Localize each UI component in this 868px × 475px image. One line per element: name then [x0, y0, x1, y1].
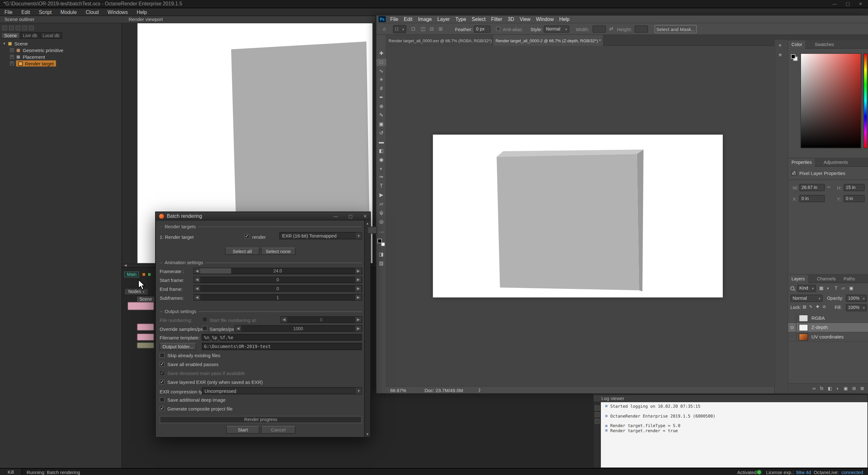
layer-row-zdepth[interactable]: ⊙ Z-depth	[788, 323, 868, 333]
tree-collapse-icon[interactable]: ▾	[3, 41, 8, 46]
scroll-down-icon[interactable]: ▼	[365, 432, 370, 437]
menu-module[interactable]: Module	[56, 9, 81, 14]
crop-tool-icon[interactable]: #	[376, 86, 386, 93]
graph-tab-main[interactable]: Main	[124, 271, 140, 277]
outliner-toolbar-icon[interactable]	[29, 25, 34, 31]
slider-decrement-icon[interactable]: ◀	[281, 317, 287, 322]
new-selection-icon[interactable]: □	[412, 26, 414, 31]
outliner-toolbar-icon[interactable]	[16, 25, 21, 31]
slider-increment-icon[interactable]: ▶	[355, 295, 361, 300]
zoom-level[interactable]: 66.67%	[390, 388, 406, 393]
screen-mode-icon[interactable]: ▥	[376, 260, 386, 267]
tab-swatches[interactable]: Swatches	[811, 40, 837, 48]
collapse-panels-icon[interactable]: «	[779, 42, 782, 47]
cancel-button[interactable]: Cancel	[261, 426, 296, 434]
layer-style-icon[interactable]: fx	[820, 386, 824, 391]
style-select[interactable]: Normal ▾	[544, 25, 569, 33]
pen-tool-icon[interactable]: ✑	[376, 174, 386, 181]
menu-file[interactable]: File	[0, 9, 17, 14]
color-picker-gradient[interactable]	[800, 53, 861, 148]
filter-type-icon[interactable]: T	[835, 286, 837, 291]
tab-channels[interactable]: Channels	[814, 275, 839, 283]
gradient-tool-icon[interactable]: ◧	[376, 147, 386, 155]
y-value-field[interactable]: 0 in	[843, 195, 865, 202]
start-button[interactable]: Start	[226, 426, 259, 434]
exr-compression-select[interactable]: Uncompressed ▾	[202, 387, 362, 394]
graph-node[interactable]	[137, 342, 154, 348]
tree-expand-icon[interactable]: +	[10, 48, 14, 52]
scroll-up-icon[interactable]: ▲	[365, 220, 370, 226]
link-dimensions-icon[interactable]: ∞	[827, 184, 830, 190]
close-window-icon[interactable]: ✕	[859, 1, 863, 6]
slider-decrement-icon[interactable]: ◀	[194, 268, 200, 273]
node-type-chip-orange[interactable]	[142, 272, 146, 276]
ps-menu-layer[interactable]: Layer	[435, 16, 453, 22]
slider-increment-icon[interactable]: ▶	[355, 326, 361, 331]
outliner-toolbar-icon[interactable]	[2, 25, 7, 31]
tab-paths[interactable]: Paths	[840, 275, 859, 283]
height-input[interactable]	[635, 25, 648, 33]
edit-toolbar-icon[interactable]: ⋯	[376, 229, 386, 236]
slider-increment-icon[interactable]: ▶	[355, 268, 361, 273]
menu-help[interactable]: Help	[132, 9, 151, 14]
maximize-window-icon[interactable]: ▢	[846, 1, 850, 6]
antialias-checkbox[interactable]	[496, 27, 500, 31]
foreground-background-colors[interactable]	[377, 239, 386, 247]
layer-visibility-toggle[interactable]	[788, 333, 797, 341]
menu-windows[interactable]: Windows	[103, 9, 132, 14]
zoom-tool-icon[interactable]: ◎	[376, 218, 386, 226]
layer-mask-icon[interactable]: ◧	[828, 386, 832, 391]
eyedropper-tool-icon[interactable]: ✒	[376, 94, 386, 102]
marquee-tool-icon[interactable]: □	[376, 59, 386, 66]
menu-edit[interactable]: Edit	[17, 9, 34, 14]
graph-node[interactable]	[137, 333, 154, 341]
tree-item-placement[interactable]: + Placement	[10, 54, 45, 60]
document-tab-rgba[interactable]: Render target_all_0000.exr @ 66.7% (RGBA…	[386, 35, 493, 46]
history-brush-tool-icon[interactable]: ↺	[376, 130, 386, 137]
start-numbering-stepper[interactable]: ◀ 0 ▶	[281, 316, 362, 323]
layer-row-uv[interactable]: UV coordinates	[788, 333, 868, 342]
close-dialog-icon[interactable]: ✕	[363, 214, 367, 219]
save-layered-checkbox[interactable]: ✓	[159, 379, 164, 384]
tab-live-db[interactable]: Live db	[21, 32, 39, 39]
ps-menu-select[interactable]: Select	[469, 16, 488, 22]
collapse-left-icon[interactable]: ◀	[124, 263, 127, 267]
dodge-tool-icon[interactable]: ◐	[376, 165, 386, 172]
kill-button[interactable]: Kill	[0, 469, 22, 475]
slider-decrement-icon[interactable]: ◀	[194, 286, 200, 291]
fill-select[interactable]: 100% ▾	[846, 304, 867, 311]
layer-group-icon[interactable]: ▣	[843, 386, 848, 391]
maximize-dialog-icon[interactable]: ▢	[348, 214, 353, 219]
swap-dimensions-icon[interactable]: ⇄	[609, 26, 613, 31]
select-none-button[interactable]: Select none	[261, 248, 296, 255]
document-canvas[interactable]	[386, 46, 774, 386]
slider-increment-icon[interactable]: ▶	[355, 317, 361, 322]
save-passes-checkbox[interactable]: ✓	[159, 362, 164, 367]
path-selection-tool-icon[interactable]: ▶	[376, 192, 386, 199]
type-tool-icon[interactable]: T	[376, 183, 386, 190]
lock-all-icon[interactable]: ⊘	[823, 305, 826, 309]
menu-cloud[interactable]: Cloud	[81, 9, 103, 14]
minimize-window-icon[interactable]: —	[832, 1, 837, 6]
active-tool-chip[interactable]: □ ▾	[393, 25, 406, 33]
render-checkbox[interactable]: ✓	[244, 234, 249, 239]
file-numbering-checkbox[interactable]	[203, 317, 208, 322]
dialog-scrollbar[interactable]: ▲ ▼	[364, 220, 370, 437]
graph-tab-scene[interactable]: Scene	[136, 296, 155, 303]
select-all-button[interactable]: Select all	[225, 248, 259, 255]
intersect-selection-icon[interactable]: ⊞	[438, 26, 442, 31]
override-samples-checkbox[interactable]	[203, 326, 208, 331]
slider-decrement-icon[interactable]: ◀	[235, 326, 241, 331]
feather-input[interactable]: 0 px	[474, 25, 491, 33]
layer-visibility-toggle[interactable]: ⊙	[788, 323, 797, 332]
slider-increment-icon[interactable]: ▶	[355, 286, 361, 291]
height-value-field[interactable]: 15 in	[843, 184, 865, 191]
output-folder-button[interactable]: Output folder...	[159, 343, 196, 350]
outliner-toolbar-icon[interactable]	[9, 25, 14, 31]
filter-shape-icon[interactable]: ▱	[841, 286, 845, 291]
tab-local-db[interactable]: Local db	[40, 32, 62, 39]
tab-adjustments[interactable]: Adjustments	[820, 159, 851, 167]
log-toolbar-icon[interactable]	[595, 412, 600, 417]
tree-expand-icon[interactable]: +	[10, 62, 14, 65]
subframes-slider[interactable]: ◀ 1 ▶	[193, 294, 362, 301]
